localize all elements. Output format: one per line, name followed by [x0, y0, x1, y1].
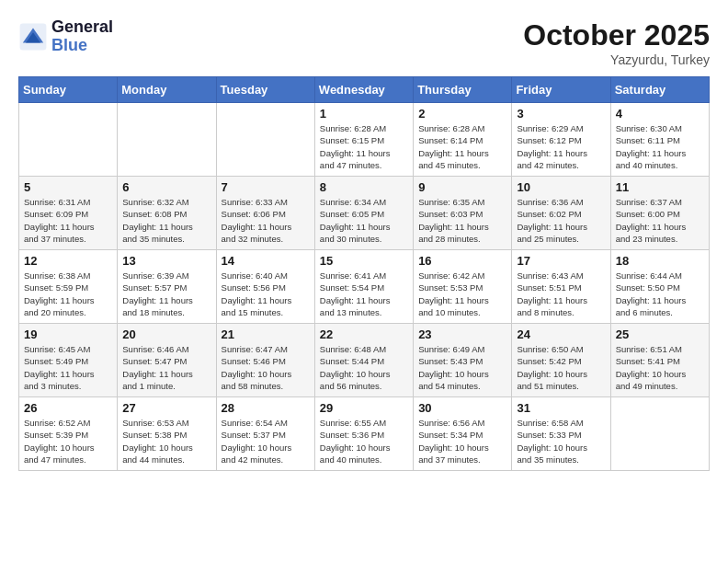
day-info: Sunrise: 6:49 AM Sunset: 5:43 PM Dayligh… — [418, 343, 506, 392]
calendar-cell: 14Sunrise: 6:40 AM Sunset: 5:56 PM Dayli… — [216, 250, 314, 324]
day-number: 4 — [616, 107, 704, 121]
day-number: 23 — [418, 327, 506, 341]
day-info: Sunrise: 6:30 AM Sunset: 6:11 PM Dayligh… — [616, 122, 704, 171]
calendar-cell: 11Sunrise: 6:37 AM Sunset: 6:00 PM Dayli… — [610, 177, 709, 250]
day-number: 14 — [222, 254, 310, 268]
logo-line2: Blue — [51, 37, 113, 55]
calendar-cell: 2Sunrise: 6:28 AM Sunset: 6:14 PM Daylig… — [414, 103, 512, 177]
day-info: Sunrise: 6:29 AM Sunset: 6:12 PM Dayligh… — [517, 122, 605, 171]
calendar-cell: 27Sunrise: 6:53 AM Sunset: 5:38 PM Dayli… — [118, 397, 216, 471]
calendar-cell: 16Sunrise: 6:42 AM Sunset: 5:53 PM Dayli… — [414, 250, 512, 324]
calendar-cell: 13Sunrise: 6:39 AM Sunset: 5:57 PM Dayli… — [118, 250, 216, 324]
day-info: Sunrise: 6:46 AM Sunset: 5:47 PM Dayligh… — [122, 343, 210, 392]
calendar-cell: 3Sunrise: 6:29 AM Sunset: 6:12 PM Daylig… — [512, 103, 610, 177]
calendar-cell: 17Sunrise: 6:43 AM Sunset: 5:51 PM Dayli… — [512, 250, 610, 324]
day-number: 3 — [517, 107, 605, 121]
calendar-cell: 8Sunrise: 6:34 AM Sunset: 6:05 PM Daylig… — [314, 177, 413, 250]
day-number: 15 — [320, 254, 408, 268]
day-info: Sunrise: 6:51 AM Sunset: 5:41 PM Dayligh… — [616, 343, 704, 392]
day-number: 1 — [320, 107, 408, 121]
day-info: Sunrise: 6:58 AM Sunset: 5:33 PM Dayligh… — [517, 417, 605, 465]
day-number: 13 — [122, 254, 210, 268]
calendar-cell: 5Sunrise: 6:31 AM Sunset: 6:09 PM Daylig… — [19, 177, 118, 250]
day-number: 27 — [122, 401, 210, 415]
calendar-cell: 7Sunrise: 6:33 AM Sunset: 6:06 PM Daylig… — [216, 177, 314, 250]
calendar-cell: 28Sunrise: 6:54 AM Sunset: 5:37 PM Dayli… — [216, 397, 314, 471]
weekday-header: Friday — [512, 77, 610, 103]
day-number: 6 — [122, 180, 210, 194]
day-info: Sunrise: 6:52 AM Sunset: 5:39 PM Dayligh… — [24, 417, 112, 465]
day-number: 26 — [24, 401, 112, 415]
day-number: 9 — [418, 180, 506, 194]
calendar-cell — [610, 397, 709, 471]
calendar-cell: 31Sunrise: 6:58 AM Sunset: 5:33 PM Dayli… — [512, 397, 610, 471]
logo-line1: General — [51, 18, 113, 37]
day-number: 18 — [616, 254, 704, 268]
day-number: 22 — [320, 327, 408, 341]
calendar-cell: 25Sunrise: 6:51 AM Sunset: 5:41 PM Dayli… — [610, 324, 709, 397]
day-number: 21 — [222, 327, 310, 341]
day-info: Sunrise: 6:31 AM Sunset: 6:09 PM Dayligh… — [24, 196, 112, 245]
weekday-header: Saturday — [610, 77, 709, 103]
calendar-cell: 1Sunrise: 6:28 AM Sunset: 6:15 PM Daylig… — [314, 103, 413, 177]
day-info: Sunrise: 6:50 AM Sunset: 5:42 PM Dayligh… — [517, 343, 605, 392]
weekday-header: Thursday — [414, 77, 512, 103]
day-info: Sunrise: 6:37 AM Sunset: 6:00 PM Dayligh… — [616, 196, 704, 245]
day-info: Sunrise: 6:32 AM Sunset: 6:08 PM Dayligh… — [122, 196, 210, 245]
day-info: Sunrise: 6:47 AM Sunset: 5:46 PM Dayligh… — [222, 343, 310, 392]
day-info: Sunrise: 6:48 AM Sunset: 5:44 PM Dayligh… — [320, 343, 408, 392]
calendar-cell: 20Sunrise: 6:46 AM Sunset: 5:47 PM Dayli… — [118, 324, 216, 397]
calendar-cell: 24Sunrise: 6:50 AM Sunset: 5:42 PM Dayli… — [512, 324, 610, 397]
day-number: 5 — [24, 180, 112, 194]
calendar-cell: 19Sunrise: 6:45 AM Sunset: 5:49 PM Dayli… — [19, 324, 118, 397]
day-number: 20 — [122, 327, 210, 341]
calendar-cell: 15Sunrise: 6:41 AM Sunset: 5:54 PM Dayli… — [314, 250, 413, 324]
day-info: Sunrise: 6:35 AM Sunset: 6:03 PM Dayligh… — [418, 196, 506, 245]
day-info: Sunrise: 6:44 AM Sunset: 5:50 PM Dayligh… — [616, 270, 704, 318]
logo: General Blue — [18, 18, 113, 55]
calendar-cell: 30Sunrise: 6:56 AM Sunset: 5:34 PM Dayli… — [414, 397, 512, 471]
calendar-cell: 21Sunrise: 6:47 AM Sunset: 5:46 PM Dayli… — [216, 324, 314, 397]
day-number: 12 — [24, 254, 112, 268]
day-number: 29 — [320, 401, 408, 415]
day-number: 10 — [517, 180, 605, 194]
day-info: Sunrise: 6:36 AM Sunset: 6:02 PM Dayligh… — [517, 196, 605, 245]
day-number: 28 — [222, 401, 310, 415]
calendar-cell: 26Sunrise: 6:52 AM Sunset: 5:39 PM Dayli… — [19, 397, 118, 471]
month-name: October 2025 — [523, 18, 710, 52]
day-info: Sunrise: 6:56 AM Sunset: 5:34 PM Dayligh… — [418, 417, 506, 465]
day-info: Sunrise: 6:53 AM Sunset: 5:38 PM Dayligh… — [122, 417, 210, 465]
day-number: 25 — [616, 327, 704, 341]
calendar-cell: 22Sunrise: 6:48 AM Sunset: 5:44 PM Dayli… — [314, 324, 413, 397]
day-number: 24 — [517, 327, 605, 341]
weekday-header: Tuesday — [216, 77, 314, 103]
month-title: October 2025 Yazyurdu, Turkey — [523, 18, 710, 67]
location: Yazyurdu, Turkey — [523, 52, 710, 67]
calendar-cell — [19, 103, 118, 177]
day-info: Sunrise: 6:40 AM Sunset: 5:56 PM Dayligh… — [222, 270, 310, 318]
weekday-header: Sunday — [19, 77, 118, 103]
day-info: Sunrise: 6:43 AM Sunset: 5:51 PM Dayligh… — [517, 270, 605, 318]
calendar-cell — [118, 103, 216, 177]
weekday-header: Monday — [118, 77, 216, 103]
day-number: 19 — [24, 327, 112, 341]
day-info: Sunrise: 6:41 AM Sunset: 5:54 PM Dayligh… — [320, 270, 408, 318]
day-number: 31 — [517, 401, 605, 415]
calendar-cell: 18Sunrise: 6:44 AM Sunset: 5:50 PM Dayli… — [610, 250, 709, 324]
day-number: 8 — [320, 180, 408, 194]
calendar-cell: 10Sunrise: 6:36 AM Sunset: 6:02 PM Dayli… — [512, 177, 610, 250]
calendar-cell: 12Sunrise: 6:38 AM Sunset: 5:59 PM Dayli… — [19, 250, 118, 324]
day-info: Sunrise: 6:54 AM Sunset: 5:37 PM Dayligh… — [222, 417, 310, 465]
day-info: Sunrise: 6:39 AM Sunset: 5:57 PM Dayligh… — [122, 270, 210, 318]
day-number: 7 — [222, 180, 310, 194]
day-info: Sunrise: 6:33 AM Sunset: 6:06 PM Dayligh… — [222, 196, 310, 245]
day-number: 17 — [517, 254, 605, 268]
day-info: Sunrise: 6:34 AM Sunset: 6:05 PM Dayligh… — [320, 196, 408, 245]
calendar-table: SundayMondayTuesdayWednesdayThursdayFrid… — [18, 76, 710, 471]
calendar-cell: 6Sunrise: 6:32 AM Sunset: 6:08 PM Daylig… — [118, 177, 216, 250]
day-info: Sunrise: 6:38 AM Sunset: 5:59 PM Dayligh… — [24, 270, 112, 318]
calendar-cell: 4Sunrise: 6:30 AM Sunset: 6:11 PM Daylig… — [610, 103, 709, 177]
day-number: 11 — [616, 180, 704, 194]
day-info: Sunrise: 6:28 AM Sunset: 6:14 PM Dayligh… — [418, 122, 506, 171]
day-info: Sunrise: 6:55 AM Sunset: 5:36 PM Dayligh… — [320, 417, 408, 465]
